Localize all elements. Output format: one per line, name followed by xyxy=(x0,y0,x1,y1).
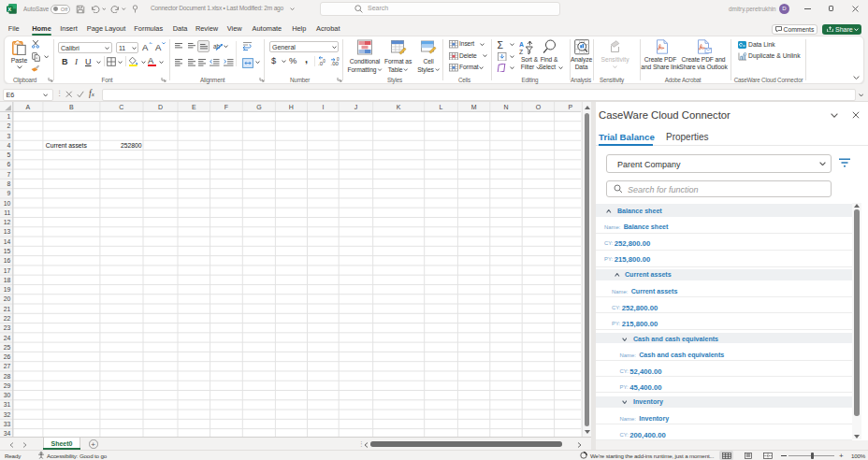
svg-text:Current assets: Current assets xyxy=(46,142,88,149)
svg-text:A: A xyxy=(26,104,31,110)
svg-text:F: F xyxy=(224,104,228,110)
svg-text:28: 28 xyxy=(4,373,11,380)
svg-text:0: 0 xyxy=(337,57,340,62)
svg-text:B: B xyxy=(69,104,74,110)
svg-text:1: 1 xyxy=(7,113,10,120)
svg-text:25: 25 xyxy=(4,344,11,351)
svg-text:3: 3 xyxy=(7,133,10,139)
svg-text:19: 19 xyxy=(4,286,11,293)
svg-text:13: 13 xyxy=(4,229,11,236)
svg-text:16: 16 xyxy=(4,257,11,264)
svg-text:21: 21 xyxy=(4,306,11,312)
svg-text:O: O xyxy=(536,104,542,110)
svg-text:P: P xyxy=(568,104,572,110)
svg-text:14: 14 xyxy=(4,238,11,245)
svg-text:33: 33 xyxy=(4,421,11,427)
svg-text:D: D xyxy=(158,104,163,110)
svg-text:8: 8 xyxy=(7,180,10,187)
svg-text:ab: ab xyxy=(213,43,221,50)
svg-text:4: 4 xyxy=(7,142,10,149)
svg-text:E: E xyxy=(192,104,196,110)
svg-text:23: 23 xyxy=(4,324,11,331)
svg-text:22: 22 xyxy=(4,315,11,322)
svg-text:A: A xyxy=(519,40,524,47)
svg-text:34: 34 xyxy=(4,430,11,437)
svg-text:2: 2 xyxy=(7,122,10,129)
svg-text:K: K xyxy=(397,104,401,110)
svg-text:7: 7 xyxy=(7,171,10,178)
svg-text:29: 29 xyxy=(4,382,11,389)
svg-text:252800: 252800 xyxy=(121,142,142,149)
svg-text:6: 6 xyxy=(7,162,10,168)
svg-text:24: 24 xyxy=(4,335,11,341)
svg-text:17: 17 xyxy=(4,267,11,274)
svg-text:H: H xyxy=(289,104,294,110)
svg-text:15: 15 xyxy=(4,248,11,254)
svg-text:11: 11 xyxy=(4,209,10,216)
svg-text:I: I xyxy=(322,104,324,110)
svg-text:20: 20 xyxy=(4,295,11,302)
svg-text:9: 9 xyxy=(7,190,10,196)
svg-text:31: 31 xyxy=(4,401,11,408)
svg-text:J: J xyxy=(354,104,358,110)
svg-text:32: 32 xyxy=(4,411,11,418)
svg-text:12: 12 xyxy=(4,219,11,225)
svg-text:5: 5 xyxy=(7,151,10,158)
svg-text:18: 18 xyxy=(4,277,11,283)
svg-text:Z: Z xyxy=(519,48,523,54)
svg-text:N: N xyxy=(503,104,508,110)
svg-text:G: G xyxy=(256,104,261,110)
svg-text:M: M xyxy=(471,104,477,110)
svg-text:L: L xyxy=(440,104,443,110)
svg-text:0: 0 xyxy=(323,59,326,64)
svg-text:30: 30 xyxy=(4,392,11,398)
svg-text:27: 27 xyxy=(4,363,11,369)
svg-text:C: C xyxy=(119,104,123,110)
svg-text:10: 10 xyxy=(4,200,11,207)
svg-text:X: X xyxy=(7,7,11,12)
svg-text:26: 26 xyxy=(4,353,11,360)
